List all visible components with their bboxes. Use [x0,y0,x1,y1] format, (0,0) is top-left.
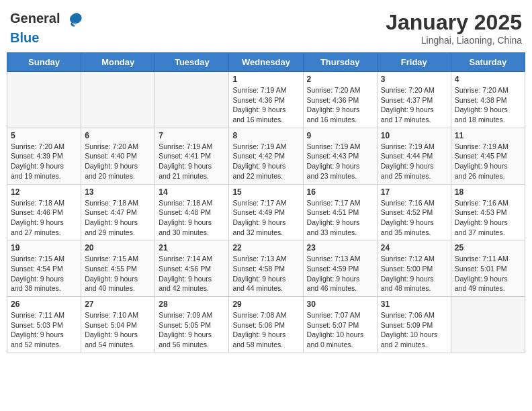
weekday-header-thursday: Thursday [303,53,377,72]
day-number: 8 [232,131,299,140]
day-info: Sunrise: 7:20 AM Sunset: 4:38 PM Dayligh… [455,85,521,125]
calendar-day-cell: 5Sunrise: 7:20 AM Sunset: 4:39 PM Daylig… [7,128,81,184]
calendar-day-cell: 27Sunrise: 7:10 AM Sunset: 5:04 PM Dayli… [81,297,155,353]
day-number: 6 [85,131,151,140]
calendar-day-cell: 13Sunrise: 7:18 AM Sunset: 4:47 PM Dayli… [81,184,155,240]
calendar-day-cell: 10Sunrise: 7:19 AM Sunset: 4:44 PM Dayli… [377,128,451,184]
day-number: 31 [381,300,447,309]
day-number: 19 [11,243,77,253]
day-info: Sunrise: 7:06 AM Sunset: 5:09 PM Dayligh… [381,310,447,350]
calendar-day-cell: 8Sunrise: 7:19 AM Sunset: 4:42 PM Daylig… [229,128,303,184]
day-info: Sunrise: 7:18 AM Sunset: 4:47 PM Dayligh… [85,198,151,238]
day-number: 3 [381,75,447,84]
day-number: 4 [455,75,521,84]
day-info: Sunrise: 7:16 AM Sunset: 4:52 PM Dayligh… [381,198,447,238]
logo-general: General [10,11,60,26]
calendar-day-cell: 30Sunrise: 7:07 AM Sunset: 5:07 PM Dayli… [303,297,377,353]
day-info: Sunrise: 7:12 AM Sunset: 5:00 PM Dayligh… [381,254,447,293]
day-number: 24 [381,243,447,253]
calendar-day-cell: 24Sunrise: 7:12 AM Sunset: 5:00 PM Dayli… [377,240,451,297]
weekday-header-row: SundayMondayTuesdayWednesdayThursdayFrid… [7,53,525,72]
calendar-day-cell: 2Sunrise: 7:20 AM Sunset: 4:36 PM Daylig… [303,72,377,128]
calendar-day-cell [451,297,525,353]
day-info: Sunrise: 7:19 AM Sunset: 4:45 PM Dayligh… [455,142,521,181]
day-info: Sunrise: 7:13 AM Sunset: 4:59 PM Dayligh… [307,254,373,293]
day-info: Sunrise: 7:20 AM Sunset: 4:37 PM Dayligh… [381,85,447,125]
calendar-day-cell [81,72,155,128]
calendar-day-cell: 9Sunrise: 7:19 AM Sunset: 4:43 PM Daylig… [303,128,377,184]
calendar-day-cell [155,72,229,128]
calendar-day-cell: 12Sunrise: 7:18 AM Sunset: 4:46 PM Dayli… [7,184,81,240]
day-info: Sunrise: 7:19 AM Sunset: 4:36 PM Dayligh… [232,85,299,125]
day-info: Sunrise: 7:19 AM Sunset: 4:43 PM Dayligh… [307,142,373,181]
calendar-day-cell: 29Sunrise: 7:08 AM Sunset: 5:06 PM Dayli… [229,297,303,353]
day-number: 26 [11,300,77,309]
calendar-subtitle: Linghai, Liaoning, China [386,35,522,46]
calendar-day-cell [7,72,81,128]
day-number: 17 [381,187,447,197]
day-info: Sunrise: 7:17 AM Sunset: 4:51 PM Dayligh… [307,198,373,238]
calendar-day-cell: 1Sunrise: 7:19 AM Sunset: 4:36 PM Daylig… [229,72,303,128]
calendar-week-row: 12Sunrise: 7:18 AM Sunset: 4:46 PM Dayli… [7,184,525,240]
day-info: Sunrise: 7:19 AM Sunset: 4:44 PM Dayligh… [381,142,447,181]
calendar-week-row: 19Sunrise: 7:15 AM Sunset: 4:54 PM Dayli… [7,240,525,297]
calendar-day-cell: 7Sunrise: 7:19 AM Sunset: 4:41 PM Daylig… [155,128,229,184]
calendar-day-cell: 28Sunrise: 7:09 AM Sunset: 5:05 PM Dayli… [155,297,229,353]
day-info: Sunrise: 7:07 AM Sunset: 5:07 PM Dayligh… [307,310,373,350]
calendar-day-cell: 20Sunrise: 7:15 AM Sunset: 4:55 PM Dayli… [81,240,155,297]
calendar-day-cell: 18Sunrise: 7:16 AM Sunset: 4:53 PM Dayli… [451,184,525,240]
calendar-day-cell: 16Sunrise: 7:17 AM Sunset: 4:51 PM Dayli… [303,184,377,240]
logo-blue: Blue [10,30,39,45]
day-info: Sunrise: 7:10 AM Sunset: 5:04 PM Dayligh… [85,310,151,350]
day-info: Sunrise: 7:11 AM Sunset: 5:01 PM Dayligh… [455,254,521,293]
weekday-header-wednesday: Wednesday [229,53,303,72]
calendar-day-cell: 14Sunrise: 7:18 AM Sunset: 4:48 PM Dayli… [155,184,229,240]
day-info: Sunrise: 7:15 AM Sunset: 4:55 PM Dayligh… [85,254,151,293]
weekday-header-monday: Monday [81,53,155,72]
calendar-day-cell: 15Sunrise: 7:17 AM Sunset: 4:49 PM Dayli… [229,184,303,240]
logo: General Blue [10,10,85,46]
day-info: Sunrise: 7:20 AM Sunset: 4:39 PM Dayligh… [11,142,77,181]
day-number: 13 [85,187,151,197]
calendar-day-cell: 26Sunrise: 7:11 AM Sunset: 5:03 PM Dayli… [7,297,81,353]
calendar-day-cell: 17Sunrise: 7:16 AM Sunset: 4:52 PM Dayli… [377,184,451,240]
day-number: 29 [232,300,299,309]
day-number: 16 [307,187,373,197]
day-info: Sunrise: 7:15 AM Sunset: 4:54 PM Dayligh… [11,254,77,293]
day-info: Sunrise: 7:14 AM Sunset: 4:56 PM Dayligh… [159,254,225,293]
calendar-day-cell: 11Sunrise: 7:19 AM Sunset: 4:45 PM Dayli… [451,128,525,184]
day-info: Sunrise: 7:19 AM Sunset: 4:42 PM Dayligh… [232,142,299,181]
day-number: 2 [307,75,373,84]
day-info: Sunrise: 7:09 AM Sunset: 5:05 PM Dayligh… [159,310,225,350]
day-info: Sunrise: 7:13 AM Sunset: 4:58 PM Dayligh… [232,254,299,293]
calendar-day-cell: 21Sunrise: 7:14 AM Sunset: 4:56 PM Dayli… [155,240,229,297]
title-section: January 2025 Linghai, Liaoning, China [386,10,522,46]
calendar-day-cell: 31Sunrise: 7:06 AM Sunset: 5:09 PM Dayli… [377,297,451,353]
day-number: 28 [159,300,225,309]
day-number: 15 [232,187,299,197]
day-info: Sunrise: 7:20 AM Sunset: 4:40 PM Dayligh… [85,142,151,181]
day-number: 30 [307,300,373,309]
calendar-day-cell: 3Sunrise: 7:20 AM Sunset: 4:37 PM Daylig… [377,72,451,128]
day-number: 23 [307,243,373,253]
day-number: 10 [381,131,447,140]
calendar-day-cell: 4Sunrise: 7:20 AM Sunset: 4:38 PM Daylig… [451,72,525,128]
day-number: 5 [11,131,77,140]
day-number: 11 [455,131,521,140]
day-info: Sunrise: 7:17 AM Sunset: 4:49 PM Dayligh… [232,198,299,238]
day-number: 22 [232,243,299,253]
day-info: Sunrise: 7:11 AM Sunset: 5:03 PM Dayligh… [11,310,77,350]
calendar-day-cell: 22Sunrise: 7:13 AM Sunset: 4:58 PM Dayli… [229,240,303,297]
day-number: 9 [307,131,373,140]
calendar-day-cell: 19Sunrise: 7:15 AM Sunset: 4:54 PM Dayli… [7,240,81,297]
logo-bird-icon [64,10,85,30]
weekday-header-tuesday: Tuesday [155,53,229,72]
calendar-week-row: 26Sunrise: 7:11 AM Sunset: 5:03 PM Dayli… [7,297,525,353]
weekday-header-saturday: Saturday [451,53,525,72]
calendar-day-cell: 6Sunrise: 7:20 AM Sunset: 4:40 PM Daylig… [81,128,155,184]
day-number: 12 [11,187,77,197]
weekday-header-friday: Friday [377,53,451,72]
calendar-day-cell: 23Sunrise: 7:13 AM Sunset: 4:59 PM Dayli… [303,240,377,297]
page-header: General Blue January 2025 Linghai, Liaon… [7,7,525,46]
weekday-header-sunday: Sunday [7,53,81,72]
